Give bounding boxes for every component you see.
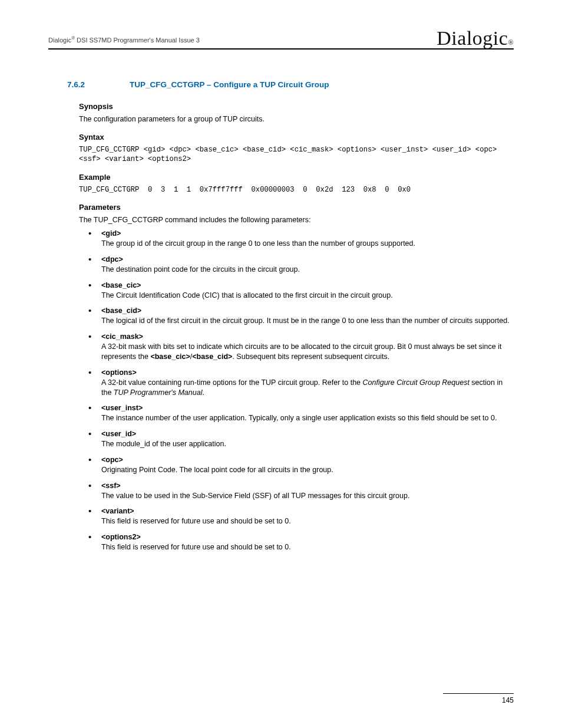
param-cic-mask: <cic_mask> A 32-bit mask with bits set t… bbox=[88, 332, 514, 362]
param-name: <opc> bbox=[101, 456, 123, 464]
param-desc: This field is reserved for future use an… bbox=[101, 542, 514, 552]
synopsis-text: The configuration parameters for a group… bbox=[79, 114, 514, 124]
header-manual-title: Dialogic® DSI SS7MD Programmer's Manual … bbox=[48, 35, 200, 47]
param-desc: The module_id of the user application. bbox=[101, 439, 514, 449]
parameters-heading: Parameters bbox=[79, 203, 514, 212]
param-desc: Originating Point Code. The local point … bbox=[101, 465, 514, 475]
logo-registered: ® bbox=[508, 38, 514, 47]
param-name: <user_inst> bbox=[101, 404, 143, 412]
bold-text: <base_cid> bbox=[192, 353, 232, 361]
logo-text: Dialogic bbox=[437, 27, 508, 49]
italic-text: Configure Circuit Group Request bbox=[363, 378, 470, 387]
section-number: 7.6.2 bbox=[67, 80, 130, 89]
param-desc: The Circuit Identification Code (CIC) th… bbox=[101, 291, 514, 301]
text: A 32-bit value containing run-time optio… bbox=[101, 378, 363, 387]
param-dpc: <dpc> The destination point code for the… bbox=[88, 255, 514, 275]
syntax-text: TUP_CFG_CCTGRP <gid> <dpc> <base_cic> <b… bbox=[79, 145, 514, 164]
param-desc: This field is reserved for future use an… bbox=[101, 516, 514, 526]
param-name: <user_id> bbox=[101, 430, 136, 438]
text: . bbox=[202, 388, 204, 397]
param-desc: The group id of the circuit group in the… bbox=[101, 239, 514, 249]
param-ssf: <ssf> The value to be used in the Sub-Se… bbox=[88, 481, 514, 501]
syntax-heading: Syntax bbox=[79, 133, 514, 141]
param-desc: The logical id of the first circuit in t… bbox=[101, 316, 514, 326]
example-text: TUP_CFG_CCTGRP 0 3 1 1 0x7fff7fff 0x0000… bbox=[79, 185, 514, 195]
param-name: <variant> bbox=[101, 507, 134, 515]
page-footer: 145 bbox=[443, 693, 514, 704]
param-base-cid: <base_cid> The logical id of the first c… bbox=[88, 306, 514, 326]
param-name: <gid> bbox=[101, 229, 121, 238]
param-user-id: <user_id> The module_id of the user appl… bbox=[88, 429, 514, 449]
param-name: <options2> bbox=[101, 533, 141, 541]
header-manual: DSI SS7MD Programmer's Manual Issue 3 bbox=[75, 37, 200, 44]
param-desc: A 32-bit value containing run-time optio… bbox=[101, 378, 514, 398]
param-desc: A 32-bit mask with bits set to indicate … bbox=[101, 342, 514, 362]
param-name: <dpc> bbox=[101, 255, 123, 263]
param-options: <options> A 32-bit value containing run-… bbox=[88, 368, 514, 398]
content-area: 7.6.2TUP_CFG_CCTGRP – Configure a TUP Ci… bbox=[48, 80, 514, 552]
header-brand: Dialogic bbox=[48, 37, 71, 44]
param-desc: The destination point code for the circu… bbox=[101, 265, 514, 275]
param-opc: <opc> Originating Point Code. The local … bbox=[88, 455, 514, 475]
brand-logo: Dialogic® bbox=[437, 27, 514, 50]
param-variant: <variant> This field is reserved for fut… bbox=[88, 506, 514, 526]
page: Dialogic® DSI SS7MD Programmer's Manual … bbox=[0, 0, 562, 728]
param-name: <base_cic> bbox=[101, 281, 141, 289]
param-name: <base_cid> bbox=[101, 307, 141, 315]
text: . Subsequent bits represent subsequent c… bbox=[232, 353, 389, 361]
param-name: <ssf> bbox=[101, 482, 121, 490]
param-name: <options> bbox=[101, 368, 137, 377]
parameters-list: <gid> The group id of the circuit group … bbox=[88, 229, 514, 552]
section-heading: 7.6.2TUP_CFG_CCTGRP – Configure a TUP Ci… bbox=[67, 80, 514, 89]
param-base-cic: <base_cic> The Circuit Identification Co… bbox=[88, 281, 514, 301]
param-user-inst: <user_inst> The instance number of the u… bbox=[88, 403, 514, 423]
bold-text: <base_cic> bbox=[150, 353, 190, 361]
page-header: Dialogic® DSI SS7MD Programmer's Manual … bbox=[48, 25, 514, 50]
param-desc: The value to be used in the Sub-Service … bbox=[101, 491, 514, 501]
param-name: <cic_mask> bbox=[101, 332, 143, 341]
param-desc: The instance number of the user applicat… bbox=[101, 413, 514, 423]
section-title: TUP_CFG_CCTGRP – Configure a TUP Circuit… bbox=[130, 80, 329, 89]
parameters-intro: The TUP_CFG_CCTGRP command includes the … bbox=[79, 215, 514, 225]
param-options2: <options2> This field is reserved for fu… bbox=[88, 532, 514, 552]
example-heading: Example bbox=[79, 173, 514, 182]
page-number: 145 bbox=[502, 696, 514, 704]
italic-text: TUP Programmer's Manual bbox=[114, 388, 203, 397]
param-gid: <gid> The group id of the circuit group … bbox=[88, 229, 514, 249]
synopsis-heading: Synopsis bbox=[79, 102, 514, 111]
